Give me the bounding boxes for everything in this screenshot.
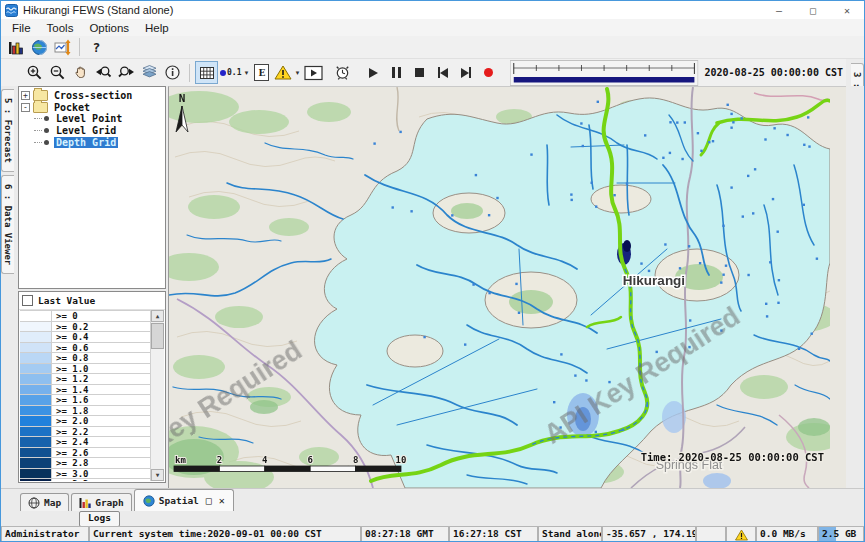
zoom-previous-button[interactable] <box>92 61 115 84</box>
scalebar-tick: 10 <box>396 455 407 465</box>
left-tab-strip: 5 : Forecast6 : Data Viewer <box>1 86 18 488</box>
left-tab-6-data-viewer[interactable]: 6 : Data Viewer <box>1 175 14 274</box>
bullet-icon <box>44 140 49 145</box>
legend-row[interactable]: >= 0.6 <box>20 343 151 354</box>
legend-row[interactable]: >= 0 <box>20 311 151 322</box>
status-memory: 2.5 GB <box>818 527 864 542</box>
tree-item-level-point[interactable]: Level Point <box>21 113 163 125</box>
go-to-end-button[interactable] <box>454 61 477 84</box>
explorer-button[interactable] <box>5 36 28 59</box>
legend-row[interactable]: >= 1.2 <box>20 374 151 385</box>
timeseries-display-button[interactable] <box>51 36 74 59</box>
chevron-down-icon: ▼ <box>294 70 300 76</box>
logs-row: Logs <box>1 511 864 526</box>
bar-chart-icon <box>8 39 25 56</box>
legend-row[interactable]: >= 3.0 <box>20 469 151 480</box>
stop-button[interactable] <box>408 61 431 84</box>
globe-icon <box>31 39 48 56</box>
legend-label: >= 0.2 <box>52 322 89 332</box>
legend-row[interactable]: >= 2.2 <box>20 427 151 438</box>
tree-item-level-grid[interactable]: Level Grid <box>21 125 163 137</box>
close-button[interactable]: ✕ <box>830 1 864 19</box>
maximize-button[interactable]: □ <box>796 1 830 19</box>
tree-expander-icon[interactable]: + <box>21 91 30 100</box>
menu-item-options[interactable]: Options <box>81 22 137 34</box>
pause-button[interactable] <box>385 61 408 84</box>
info-icon <box>164 64 181 81</box>
grid-display-button[interactable] <box>195 61 218 84</box>
menu-item-tools[interactable]: Tools <box>39 22 82 34</box>
legend-row[interactable]: >= 2.0 <box>20 416 151 427</box>
tree-expander-icon[interactable]: - <box>21 103 30 112</box>
legend-row[interactable]: >= 0.2 <box>20 322 151 333</box>
legend-row[interactable]: >= 3.2 <box>20 479 151 481</box>
legend-row[interactable]: >= 0.8 <box>20 353 151 364</box>
legend-row[interactable]: >= 2.4 <box>20 437 151 448</box>
legend-row[interactable]: >= 1.6 <box>20 395 151 406</box>
map-canvas[interactable]: API Key Required API Key Required Hikura… <box>169 87 830 488</box>
zoom-next-button[interactable] <box>115 61 138 84</box>
last-value-checkbox[interactable] <box>22 295 33 306</box>
play-button[interactable] <box>362 61 385 84</box>
scrollbar-thumb[interactable] <box>151 323 164 349</box>
time-slider[interactable] <box>510 60 698 86</box>
legend-row[interactable]: >= 1.4 <box>20 385 151 396</box>
menu-item-file[interactable]: File <box>4 22 39 34</box>
legend-scrollbar[interactable]: ▲ ▼ <box>150 310 164 481</box>
bottom-tab-bar: Map Graph Spatial □ ✕ <box>1 488 864 511</box>
labels-toggle-button[interactable]: E <box>251 61 272 84</box>
contour-interval-dropdown[interactable]: 0.1 ▼ <box>218 61 251 84</box>
help-button[interactable]: ? <box>85 36 108 59</box>
menu-item-help[interactable]: Help <box>137 22 177 34</box>
info-button[interactable] <box>161 61 184 84</box>
scroll-down-icon[interactable]: ▼ <box>151 469 164 481</box>
thresholds-dropdown[interactable]: ▼ <box>272 61 302 84</box>
status-local-time: 16:27:18 CST <box>449 527 538 542</box>
bullet-icon <box>44 116 49 121</box>
zoom-in-button[interactable] <box>23 61 46 84</box>
tree-item-label: Pocket <box>52 102 92 113</box>
legend-label: >= 1.8 <box>52 406 89 416</box>
tree-item-depth-grid[interactable]: Depth Grid <box>21 136 163 148</box>
wireframe-globe-icon <box>28 497 40 509</box>
panel-restore-button[interactable]: □ <box>206 495 212 506</box>
tab-graph[interactable]: Graph <box>71 493 132 511</box>
legend-row[interactable]: >= 2.8 <box>20 458 151 469</box>
tab-graph-label: Graph <box>95 497 124 508</box>
timer-button[interactable] <box>331 61 354 84</box>
logs-button[interactable]: Logs <box>79 511 120 527</box>
legend-row[interactable]: >= 2.6 <box>20 448 151 459</box>
status-warning[interactable] <box>726 527 756 542</box>
left-panel: +Cross-section-PocketLevel PointLevel Gr… <box>18 86 168 488</box>
legend-row[interactable]: >= 1.8 <box>20 406 151 417</box>
left-tab-5-forecast[interactable]: 5 : Forecast <box>1 89 14 172</box>
map-view[interactable]: API Key Required API Key Required Hikura… <box>168 86 846 488</box>
tree-connector <box>34 130 42 131</box>
animation-button[interactable] <box>302 61 325 84</box>
toolbar-separator <box>79 38 80 56</box>
tree-item-cross-section[interactable]: +Cross-section <box>21 90 163 102</box>
pan-button[interactable] <box>69 61 92 84</box>
status-network-rate: 0.0 MB/s <box>756 527 818 542</box>
map-display-button[interactable] <box>28 36 51 59</box>
status-mode: Stand alone <box>538 527 602 542</box>
scroll-up-icon[interactable]: ▲ <box>151 310 164 322</box>
layers-button[interactable] <box>138 61 161 84</box>
scalebar-unit: km <box>175 455 186 465</box>
legend-label: >= 0.4 <box>52 332 89 342</box>
legend-row[interactable]: >= 1.0 <box>20 364 151 375</box>
tab-spatial[interactable]: Spatial □ ✕ <box>134 489 234 511</box>
panel-close-button[interactable]: ✕ <box>219 495 225 506</box>
legend-label: >= 1.6 <box>52 395 89 405</box>
legend-row[interactable]: >= 0.4 <box>20 332 151 343</box>
bar-chart-icon <box>79 497 91 509</box>
minimize-button[interactable]: – <box>762 1 796 19</box>
tab-map[interactable]: Map <box>20 493 69 511</box>
zoom-out-button[interactable] <box>46 61 69 84</box>
legend-swatch <box>20 322 52 332</box>
legend-swatch <box>20 427 52 437</box>
record-button[interactable] <box>477 61 500 84</box>
contour-dot-icon <box>220 70 226 76</box>
go-to-start-button[interactable] <box>431 61 454 84</box>
tree-item-pocket[interactable]: -Pocket <box>21 102 163 114</box>
